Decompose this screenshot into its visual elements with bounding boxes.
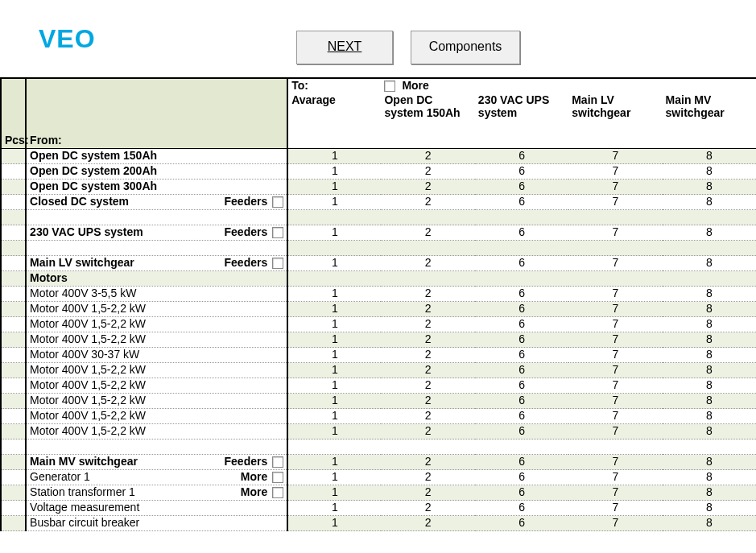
row-label: Station transformer 1	[30, 485, 135, 498]
from-cell: Station transformer 1More	[26, 485, 287, 501]
value-cell: 8	[663, 149, 756, 164]
pcs-cell[interactable]	[1, 348, 26, 363]
pcs-cell[interactable]	[1, 455, 26, 470]
feeders-checkbox[interactable]	[272, 456, 283, 468]
header-from-blank	[26, 78, 287, 93]
table-row: Open DC system 200Ah12678	[1, 164, 756, 180]
value-cell: 2	[381, 470, 474, 485]
pcs-cell[interactable]	[1, 180, 26, 195]
pcs-cell[interactable]	[1, 195, 26, 210]
row-label: Voltage measurement	[30, 501, 139, 514]
pcs-cell[interactable]	[1, 394, 26, 409]
value-cell: 1	[287, 256, 381, 271]
feeders-flag: Feeders	[225, 195, 284, 208]
value-cell: 2	[381, 256, 474, 271]
more-checkbox[interactable]	[384, 80, 395, 92]
table-row: Motor 400V 1,5-2,2 kW12678	[1, 424, 756, 440]
feeders-checkbox[interactable]	[272, 196, 283, 208]
table-row: Generator 1More 12678	[1, 470, 756, 485]
table-row: Open DC system 150Ah12678	[1, 149, 756, 164]
value-cell: 1	[287, 180, 381, 195]
pcs-cell[interactable]	[1, 424, 26, 440]
from-cell: Open DC system 300Ah	[26, 180, 287, 195]
more-flag: More	[241, 470, 283, 483]
pcs-cell[interactable]	[1, 378, 26, 394]
feeders-flag: Feeders	[225, 455, 284, 468]
pcs-cell[interactable]	[1, 256, 26, 271]
pcs-cell[interactable]	[1, 149, 26, 164]
pcs-cell[interactable]	[1, 516, 26, 531]
row-label: Motor 400V 1,5-2,2 kW	[30, 317, 146, 330]
value-cell: 1	[287, 363, 381, 378]
header-more[interactable]: More	[381, 78, 474, 93]
from-cell: 230 VAC UPS systemFeeders	[26, 225, 287, 241]
value-cell: 1	[287, 195, 381, 210]
value-cell	[287, 241, 381, 256]
more-checkbox[interactable]	[272, 487, 283, 498]
pcs-cell[interactable]	[1, 241, 26, 256]
value-cell	[663, 440, 756, 455]
next-button[interactable]: NEXT	[296, 31, 393, 64]
table-row: Motor 400V 1,5-2,2 kW12678	[1, 317, 756, 332]
pcs-cell[interactable]	[1, 470, 26, 485]
value-cell: 2	[381, 287, 474, 302]
pcs-cell[interactable]	[1, 332, 26, 348]
value-cell	[475, 241, 568, 256]
value-cell: 2	[381, 394, 474, 409]
value-cell: 6	[475, 485, 568, 501]
from-cell: Voltage measurement	[26, 501, 287, 516]
value-cell: 6	[475, 287, 568, 302]
value-cell	[568, 241, 662, 256]
value-cell: 8	[663, 455, 756, 470]
col-header-2: 230 VAC UPS system	[475, 93, 568, 134]
pcs-cell[interactable]	[1, 164, 26, 180]
row-label: Main MV switchgear	[30, 455, 138, 468]
value-cell: 7	[568, 164, 662, 180]
components-button[interactable]: Components	[411, 31, 520, 64]
from-cell: Motor 400V 30-37 kW	[26, 348, 287, 363]
from-cell	[26, 241, 287, 256]
value-cell: 2	[381, 317, 474, 332]
col-header-1: Open DC system 150Ah	[381, 93, 474, 134]
value-cell: 2	[381, 225, 474, 241]
more-checkbox[interactable]	[272, 472, 283, 483]
value-cell: 7	[568, 348, 662, 363]
table-row: Open DC system 300Ah12678	[1, 180, 756, 195]
value-cell: 2	[381, 485, 474, 501]
feeders-checkbox[interactable]	[272, 227, 283, 238]
value-cell: 2	[381, 332, 474, 348]
pcs-cell[interactable]	[1, 440, 26, 455]
value-cell: 1	[287, 317, 381, 332]
table-row: Main LV switchgearFeeders 12678	[1, 256, 756, 271]
pcs-cell[interactable]	[1, 225, 26, 241]
value-cell: 6	[475, 195, 568, 210]
feeders-checkbox[interactable]	[272, 258, 283, 269]
value-cell: 6	[475, 225, 568, 241]
value-cell: 1	[287, 287, 381, 302]
pcs-cell[interactable]	[1, 485, 26, 501]
row-label: Motor 400V 1,5-2,2 kW	[30, 378, 146, 391]
value-cell: 7	[568, 332, 662, 348]
pcs-cell[interactable]	[1, 317, 26, 332]
pcs-cell[interactable]	[1, 210, 26, 225]
value-cell: 6	[475, 470, 568, 485]
table-row	[1, 440, 756, 455]
pcs-cell[interactable]	[1, 409, 26, 424]
pcs-cell[interactable]	[1, 287, 26, 302]
value-cell: 1	[287, 501, 381, 516]
pcs-cell[interactable]	[1, 363, 26, 378]
feeders-label: Feeders	[225, 455, 271, 468]
pcs-cell[interactable]	[1, 302, 26, 317]
table-row: Busbar circuit breaker12678	[1, 516, 756, 531]
from-cell: Motor 400V 1,5-2,2 kW	[26, 363, 287, 378]
col-header-3: Main LV switchgear	[568, 93, 662, 134]
row-label: Motors	[30, 271, 68, 284]
pcs-cell[interactable]	[1, 501, 26, 516]
value-cell: 2	[381, 348, 474, 363]
table-row: Motor 400V 1,5-2,2 kW12678	[1, 409, 756, 424]
pcs-cell[interactable]	[1, 271, 26, 287]
value-cell: 7	[568, 363, 662, 378]
value-cell: 1	[287, 394, 381, 409]
value-cell	[287, 210, 381, 225]
value-cell: 8	[663, 409, 756, 424]
